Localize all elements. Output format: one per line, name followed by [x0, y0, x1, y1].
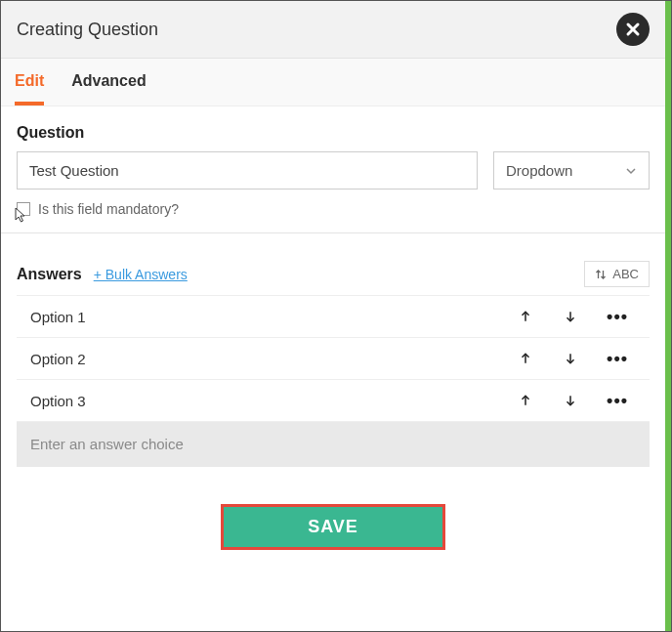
content-area: Question Dropdown Is this field mandator… — [1, 106, 665, 631]
footer: SAVE — [1, 467, 665, 575]
question-label: Question — [17, 124, 650, 142]
bulk-answers-link[interactable]: + Bulk Answers — [94, 267, 188, 282]
move-down-button[interactable] — [562, 392, 579, 409]
chevron-down-icon — [625, 165, 637, 177]
answer-row: Option 3 ••• — [17, 380, 650, 422]
new-answer-input[interactable] — [30, 436, 636, 452]
answers-header-left: Answers + Bulk Answers — [17, 266, 188, 283]
answer-label: Option 1 — [30, 309, 517, 325]
sort-icon — [595, 269, 607, 280]
answer-actions: ••• — [517, 392, 644, 409]
answer-label: Option 2 — [30, 351, 517, 367]
arrow-up-icon — [519, 394, 532, 407]
question-text-input[interactable] — [17, 151, 478, 190]
move-up-button[interactable] — [517, 350, 534, 367]
answer-row: Option 2 ••• — [17, 338, 650, 380]
move-down-button[interactable] — [562, 308, 579, 325]
close-button[interactable] — [616, 13, 650, 46]
answer-row: Option 1 ••• — [17, 296, 650, 338]
tab-edit[interactable]: Edit — [15, 72, 44, 105]
tab-advanced[interactable]: Advanced — [71, 72, 146, 105]
save-button[interactable]: SAVE — [221, 504, 445, 550]
arrow-down-icon — [564, 352, 577, 365]
answer-actions: ••• — [517, 308, 644, 325]
arrow-down-icon — [564, 394, 577, 407]
question-type-dropdown[interactable]: Dropdown — [493, 151, 650, 190]
move-up-button[interactable] — [517, 308, 534, 325]
more-options-button[interactable]: ••• — [607, 350, 628, 367]
close-icon — [625, 21, 641, 37]
more-options-button[interactable]: ••• — [607, 308, 628, 325]
question-section: Question Dropdown Is this field mandator… — [1, 106, 665, 233]
mandatory-checkbox[interactable] — [17, 202, 30, 216]
tab-bar: Edit Advanced — [1, 59, 665, 106]
answers-title: Answers — [17, 266, 82, 283]
mandatory-row: Is this field mandatory? — [17, 201, 650, 217]
arrow-down-icon — [564, 310, 577, 323]
modal-header: Creating Question — [1, 1, 665, 59]
question-row: Dropdown — [17, 151, 650, 190]
sort-label: ABC — [612, 267, 639, 281]
more-options-button[interactable]: ••• — [607, 392, 628, 409]
move-down-button[interactable] — [562, 350, 579, 367]
answers-section: Answers + Bulk Answers ABC Option 1 — [1, 233, 665, 467]
answer-label: Option 3 — [30, 393, 517, 409]
dropdown-selected-value: Dropdown — [506, 162, 572, 179]
right-accent-bar — [665, 1, 671, 631]
mandatory-label: Is this field mandatory? — [38, 201, 179, 217]
answer-list: Option 1 ••• Option 2 — [17, 295, 650, 422]
new-answer-row — [17, 422, 650, 467]
modal-panel: Creating Question Edit Advanced Question… — [1, 1, 665, 631]
move-up-button[interactable] — [517, 392, 534, 409]
modal-title: Creating Question — [17, 20, 158, 40]
sort-alpha-button[interactable]: ABC — [584, 261, 650, 287]
answers-header: Answers + Bulk Answers ABC — [17, 261, 650, 287]
answer-actions: ••• — [517, 350, 644, 367]
arrow-up-icon — [519, 352, 532, 365]
arrow-up-icon — [519, 310, 532, 323]
